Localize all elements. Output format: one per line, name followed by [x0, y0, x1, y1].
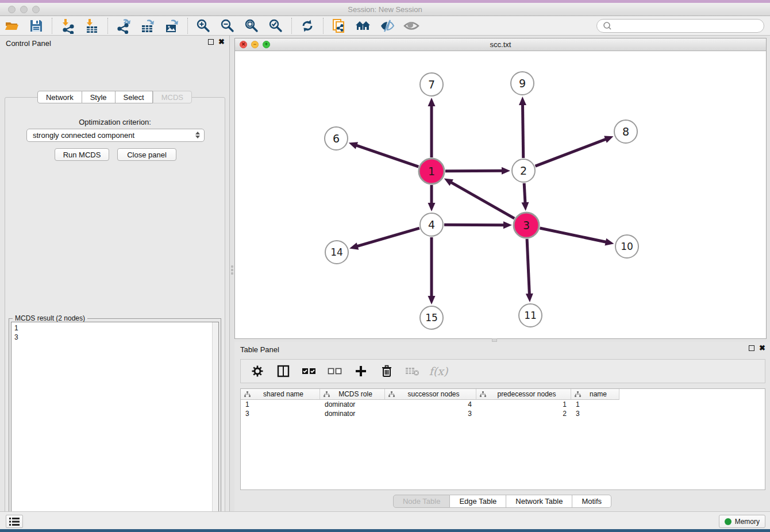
run-mcds-button[interactable]: Run MCDS — [55, 148, 109, 161]
import-table-button[interactable] — [82, 17, 102, 34]
table-cell[interactable]: 3 — [385, 409, 476, 418]
home-layout-button[interactable] — [353, 17, 373, 34]
graph-node-label-3: 3 — [523, 219, 530, 232]
search-icon — [601, 20, 614, 32]
table-settings-button[interactable] — [250, 364, 265, 379]
control-panel-tab-mcds[interactable]: MCDS — [153, 91, 192, 103]
column-header-MCDS-role[interactable]: MCDS role — [320, 389, 385, 400]
zoom-selected-button[interactable] — [266, 17, 286, 34]
table-tab-edge-table[interactable]: Edge Table — [450, 495, 506, 508]
mcds-result-scrollbar[interactable] — [212, 322, 218, 532]
table-close-panel-icon[interactable]: ✖ — [759, 345, 765, 351]
home-icon — [355, 18, 372, 34]
select-all-button[interactable] — [302, 364, 317, 379]
toggle-bird-eye-view-button[interactable] — [402, 17, 421, 34]
search-box — [596, 19, 764, 33]
mcds-tab-content: Optimization criterion: strongly connect… — [5, 97, 225, 532]
table-tab-node-table[interactable]: Node Table — [393, 495, 451, 508]
column-header-name[interactable]: name — [571, 389, 619, 400]
delete-table-button[interactable] — [405, 364, 420, 379]
toolbar-separator — [52, 18, 52, 34]
mcds-result-textarea[interactable]: 1 3 — [11, 322, 219, 532]
table-panel: Table Panel ✖ — [234, 342, 770, 511]
table-cell[interactable]: dominator — [320, 409, 385, 418]
status-bar: Memory — [0, 511, 770, 529]
column-layout-button[interactable] — [276, 364, 291, 379]
table-row[interactable]: 1dominator411 — [241, 400, 765, 409]
mcds-result-group-title: MCDS result (2 nodes) — [13, 314, 87, 322]
float-panel-icon[interactable] — [208, 39, 214, 45]
deselect-all-button[interactable] — [328, 364, 342, 379]
column-header-predecessor-nodes[interactable]: predecessor nodes — [476, 389, 571, 400]
close-panel-button[interactable]: Close panel — [117, 148, 176, 161]
zoom-in-icon — [195, 18, 211, 34]
add-column-button[interactable] — [353, 364, 368, 379]
table-cell[interactable]: 1 — [241, 400, 320, 409]
graph-edge-3-11[interactable] — [527, 239, 529, 295]
table-cell[interactable]: 2 — [476, 409, 571, 418]
criterion-dropdown[interactable]: strongly connected component — [26, 129, 205, 142]
table-cell[interactable]: 1 — [571, 400, 619, 409]
network-canvas[interactable]: 1234678910111415 — [235, 51, 766, 338]
graph-edge-1-6[interactable] — [356, 145, 418, 167]
table-cell[interactable]: 3 — [241, 409, 320, 418]
graph-edge-1-2[interactable] — [445, 171, 503, 171]
show-hide-graphics-details-button[interactable] — [378, 17, 397, 34]
table-cell[interactable]: 1 — [476, 400, 571, 409]
network-view-window: ✕ − + scc.txt 1234678910111415 — [234, 38, 767, 339]
delete-column-button[interactable] — [379, 364, 394, 379]
graph-edge-2-9[interactable] — [522, 104, 523, 158]
table-cell[interactable]: dominator — [320, 400, 385, 409]
table-tab-motifs[interactable]: Motifs — [572, 495, 611, 508]
control-panel-tab-style[interactable]: Style — [82, 91, 116, 103]
zoom-in-button[interactable] — [194, 17, 213, 34]
control-panel-tab-network[interactable]: Network — [37, 91, 82, 103]
graph-edge-2-8[interactable] — [536, 139, 607, 166]
list-icon — [9, 517, 20, 526]
import-network-button[interactable] — [58, 17, 78, 34]
column-header-successor-nodes[interactable]: successor nodes — [385, 389, 476, 400]
export-table-button[interactable] — [138, 17, 157, 34]
network-window-titlebar[interactable]: ✕ − + scc.txt — [235, 38, 766, 51]
table-cell[interactable]: 4 — [385, 400, 476, 409]
table-tab-network-table[interactable]: Network Table — [506, 495, 572, 508]
open-file-button[interactable] — [2, 17, 22, 34]
export-image-button[interactable] — [162, 17, 182, 34]
export-network-button[interactable] — [114, 17, 133, 34]
column-layout-icon — [277, 365, 290, 377]
graph-edge-arrow-1-4 — [428, 203, 436, 211]
column-header-shared-name[interactable]: shared name — [241, 389, 320, 400]
refresh-network-button[interactable] — [298, 17, 317, 34]
save-session-button[interactable] — [26, 17, 46, 34]
graph-node-label-6: 6 — [333, 132, 340, 145]
control-panel-tab-select[interactable]: Select — [116, 91, 153, 103]
graph-edge-3-1[interactable] — [451, 182, 514, 218]
zoom-fit-button[interactable] — [242, 17, 261, 34]
table-row[interactable]: 3dominator323 — [241, 409, 765, 418]
search-input[interactable] — [614, 20, 764, 32]
copy-network-button[interactable] — [329, 17, 349, 34]
function-builder-button[interactable]: f(x) — [431, 364, 446, 379]
memory-label: Memory — [735, 518, 760, 526]
import-table-icon — [84, 18, 100, 34]
vertical-splitter[interactable] — [230, 36, 234, 511]
task-history-button[interactable] — [6, 515, 23, 528]
node-table-header: shared nameMCDS rolesuccessor nodesprede… — [241, 389, 765, 400]
graph-edge-3-10[interactable] — [540, 228, 606, 242]
close-panel-icon[interactable]: ✖ — [218, 39, 225, 45]
export-image-icon — [164, 18, 180, 34]
table-float-panel-icon[interactable] — [749, 345, 754, 351]
graph-edge-arrow-2-9 — [519, 97, 526, 105]
table-toolbar: f(x) — [240, 359, 765, 383]
table-cell[interactable]: 3 — [571, 409, 619, 418]
graph-edge-2-3[interactable] — [524, 183, 525, 203]
graph-edge-4-14[interactable] — [357, 228, 419, 246]
memory-button[interactable]: Memory — [719, 515, 765, 528]
control-panel-title: Control Panel — [6, 39, 51, 48]
export-network-icon — [116, 18, 132, 34]
zoom-out-button[interactable] — [218, 17, 237, 34]
graph-edge-4-3[interactable] — [444, 225, 505, 225]
window-title: Session: New Session — [0, 5, 770, 14]
deselect-all-icon — [328, 365, 342, 377]
node-table-rows: 1dominator4113dominator323 — [241, 400, 765, 418]
